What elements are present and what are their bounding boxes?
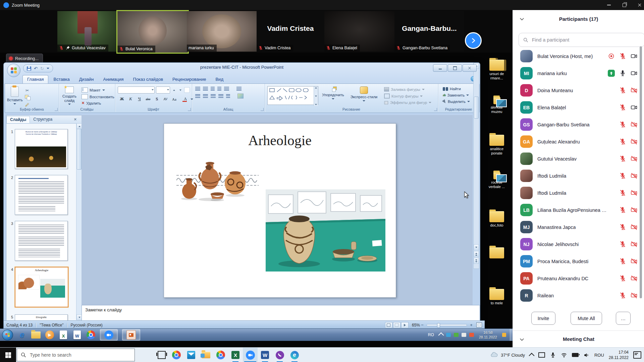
zoom-in-button[interactable]: + — [469, 322, 474, 327]
scroll-thumb[interactable] — [474, 97, 479, 119]
participant-row[interactable]: PM Proca Maricica, Budesti — [513, 253, 644, 270]
tab-animation[interactable]: Анимация — [99, 75, 128, 83]
viber-taskbar-icon[interactable] — [272, 348, 287, 362]
office-button[interactable] — [7, 64, 20, 77]
tray-icon[interactable] — [462, 333, 466, 337]
word-icon[interactable]: W — [72, 330, 82, 340]
desktop-folder[interactable]: to mele — [482, 289, 512, 305]
excel-icon[interactable]: X — [59, 330, 68, 340]
next-slide-button[interactable] — [474, 258, 479, 264]
excel-taskbar-icon[interactable]: X — [228, 348, 243, 362]
chrome-taskbar-icon[interactable] — [169, 348, 184, 362]
bold-button[interactable]: Ж — [118, 96, 126, 103]
video-tile[interactable]: Elena Balațel — [324, 11, 394, 52]
ppt-maximize-button[interactable] — [448, 64, 462, 72]
display-tray-icon[interactable] — [538, 352, 545, 358]
desktop-folder[interactable]: analitice ponate — [482, 135, 512, 156]
undo-button[interactable]: ↶ — [34, 66, 38, 71]
media-player-icon[interactable]: ▶ — [45, 330, 54, 340]
tray-icon[interactable] — [454, 333, 459, 337]
slide-5-thumbnail[interactable]: Etnografie — [15, 314, 68, 320]
tray-expand-icon[interactable] — [529, 353, 534, 359]
qat-dropdown-icon[interactable] — [47, 68, 49, 69]
previous-slide-button[interactable] — [474, 251, 479, 257]
task-view-button[interactable] — [154, 348, 169, 362]
video-tile-active-speaker[interactable]: Bulat Veronica — [116, 10, 189, 54]
tab-insert[interactable]: Вставка — [49, 75, 74, 83]
ppt-close-button[interactable] — [463, 64, 477, 72]
search-input[interactable] — [531, 37, 627, 43]
format-painter-icon[interactable]: 🖉 — [25, 102, 30, 107]
participant-row[interactable]: LB Liliana Buzila AgroPensiunea Cas... — [513, 201, 644, 219]
invite-button[interactable]: Invite — [531, 312, 555, 325]
participant-row[interactable]: EB Elena Balațel — [513, 99, 644, 116]
tray-icon[interactable] — [446, 333, 451, 337]
speaker-icon[interactable] — [583, 352, 590, 358]
align-center-icon[interactable] — [203, 94, 208, 98]
pane-close-icon[interactable]: ✕ — [74, 117, 77, 122]
explorer-icon[interactable] — [31, 330, 41, 340]
fit-to-window-button[interactable] — [476, 322, 482, 327]
line-spacing-icon[interactable] — [224, 87, 229, 90]
taskbar-search-input[interactable] — [29, 352, 114, 358]
delete-slide-button[interactable]: ✕Удалить — [80, 101, 116, 106]
slide-thumbnail-item[interactable]: 4 Arheologie — [9, 267, 68, 307]
slide-4-thumbnail-selected[interactable]: Arheologie — [15, 267, 68, 307]
ppt-minimize-button[interactable] — [433, 64, 447, 72]
battery-icon[interactable] — [572, 353, 579, 357]
change-case-button[interactable]: Aa — [170, 96, 178, 103]
strikethrough-button[interactable]: abe — [144, 96, 152, 103]
video-tile[interactable]: Gututui Veaceslav — [57, 11, 116, 52]
quick-styles-button[interactable]: Экспресс-стили — [348, 84, 380, 102]
align-right-icon[interactable] — [211, 94, 216, 98]
underline-button[interactable]: Ч — [135, 96, 144, 103]
video-tile[interactable]: mariana iurku — [187, 11, 257, 52]
zoom-app-running[interactable] — [100, 329, 118, 341]
dialog-launcher-icon[interactable] — [434, 108, 437, 111]
pane-scroll-thumb[interactable] — [77, 129, 82, 170]
grow-font-icon[interactable] — [171, 87, 176, 93]
numbering-icon[interactable] — [203, 87, 208, 90]
video-tile[interactable]: Vadim Cristea Vadim Cristea — [257, 11, 324, 52]
participant-row[interactable]: Bulat Veronica (Host, me) — [513, 48, 644, 65]
zoom-slider-thumb[interactable] — [437, 323, 440, 328]
arrange-button[interactable]: Упорядочить — [318, 84, 348, 100]
language-indicator[interactable]: ROU — [594, 353, 604, 358]
slide-canvas[interactable]: Arheologie — [164, 123, 396, 298]
slideshow-button[interactable] — [401, 322, 409, 328]
slide-thumbnail-item[interactable]: 2 — [9, 175, 68, 215]
reset-button[interactable]: Восстановить — [80, 94, 116, 100]
tab-review[interactable]: Рецензирование — [168, 75, 210, 83]
slide-1-thumbnail[interactable]: Muzeul de Istorie şi Etnografie or. Călă… — [15, 129, 68, 169]
weather-widget[interactable]: 37°F Cloudy — [490, 351, 525, 359]
smartart-icon[interactable] — [237, 94, 244, 99]
participant-row[interactable]: PA Pruteanu Alexandru DC — [513, 270, 644, 287]
participants-scrollbar[interactable] — [640, 46, 642, 298]
paste-button[interactable]: Вставить — [5, 84, 25, 107]
increase-indent-icon[interactable] — [217, 87, 221, 90]
columns-icon[interactable] — [226, 94, 230, 98]
mic-tray-icon[interactable] — [550, 352, 556, 358]
clear-formatting-icon[interactable] — [184, 87, 190, 93]
copy-icon[interactable] — [25, 95, 31, 100]
zoom-taskbar-icon[interactable] — [243, 348, 258, 362]
italic-button[interactable]: К — [126, 96, 135, 103]
minimize-button[interactable] — [601, 0, 616, 10]
chrome-profile-taskbar-icon[interactable] — [213, 348, 228, 362]
close-button[interactable] — [632, 0, 644, 10]
language-indicator[interactable]: Русский (Россия) — [71, 323, 103, 327]
align-left-icon[interactable] — [195, 94, 200, 98]
tray-icon[interactable] — [502, 333, 506, 337]
tab-view[interactable]: Вид — [211, 75, 228, 83]
tray-icon[interactable] — [469, 333, 474, 337]
participant-row[interactable]: D Doina Munteanu — [513, 82, 644, 99]
clock[interactable]: 17:04 28.11.2022 — [609, 350, 629, 360]
desktop-folder[interactable]: doc,foto — [482, 211, 512, 228]
participant-row[interactable]: Gututui Veaceslav — [513, 150, 644, 167]
slide-thumbnail-item[interactable]: 3 — [9, 221, 68, 261]
recording-indicator[interactable]: Recording... — [6, 54, 43, 63]
new-slide-button[interactable]: Создать слайд — [59, 84, 80, 106]
w7-language-indicator[interactable]: RO — [426, 332, 436, 338]
tab-design[interactable]: Дизайн — [75, 75, 98, 83]
normal-view-button[interactable] — [385, 322, 392, 328]
